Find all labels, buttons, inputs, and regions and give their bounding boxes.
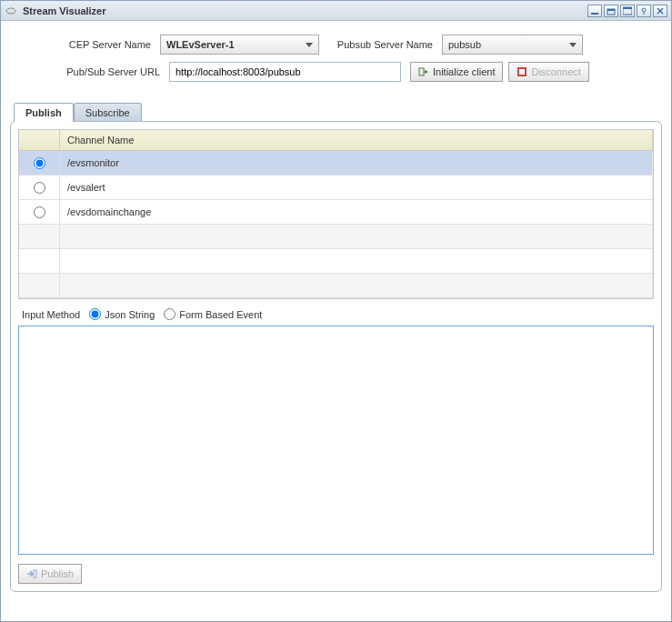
config-form: CEP Server Name WLEvServer-1 Pubsub Serv… [1,21,671,94]
pin-button[interactable] [637,5,651,17]
input-method-label: Input Method [22,309,80,320]
table-row-empty [19,225,653,249]
connect-icon [418,66,429,77]
restore-button[interactable] [604,5,618,17]
pubsub-server-label: Pubsub Server Name [319,39,442,50]
minimize-button[interactable] [587,5,602,17]
grid-header: Channel Name [19,130,653,151]
svg-rect-1 [591,13,598,15]
cep-server-label: CEP Server Name [19,39,160,50]
channel-grid: Channel Name /evsmonitor /evsalert /evsd… [18,129,654,299]
channel-name-cell: /evsmonitor [60,151,653,175]
json-string-radio[interactable]: Json String [89,308,155,320]
form-based-radio[interactable]: Form Based Event [164,308,262,320]
channel-name-cell: /evsdomainchange [60,200,653,224]
svg-point-6 [642,8,646,12]
table-row[interactable]: /evsalert [19,176,653,200]
publish-button: Publish [18,564,82,584]
app-icon [5,5,17,17]
url-label: Pub/Sub Server URL [19,66,169,77]
svg-rect-3 [607,9,615,11]
tab-bar: Publish Subscribe [14,103,671,122]
url-input[interactable] [169,62,401,82]
tab-publish[interactable]: Publish [14,103,74,122]
table-row[interactable]: /evsmonitor [19,151,653,176]
table-row-empty [19,274,653,298]
payload-textarea[interactable] [18,326,654,555]
window-title: Stream Visualizer [23,5,587,16]
svg-rect-12 [519,69,525,75]
header-select-col [19,130,60,150]
window-controls [587,5,667,17]
cep-server-select[interactable]: WLEvServer-1 [160,35,319,55]
svg-point-0 [6,8,15,14]
initialize-client-button[interactable]: Initialize client [410,62,503,82]
channel-name-cell: /evsalert [60,176,653,199]
disconnect-icon [517,66,527,77]
maximize-button[interactable] [620,5,635,17]
table-row-empty [19,249,653,274]
input-method-row: Input Method Json String Form Based Even… [22,308,654,320]
row-radio[interactable] [34,182,45,194]
header-channel-name: Channel Name [60,130,653,150]
grid-body: /evsmonitor /evsalert /evsdomainchange [19,151,653,298]
publish-panel: Channel Name /evsmonitor /evsalert /evsd… [10,121,662,592]
close-button[interactable] [653,5,667,17]
pubsub-server-select[interactable]: pubsub [442,35,583,55]
disconnect-button: Disconnect [508,62,588,82]
row-radio[interactable] [34,206,45,218]
publish-icon [26,568,37,579]
tab-subscribe[interactable]: Subscribe [74,103,142,122]
svg-rect-13 [34,570,36,577]
svg-rect-10 [419,68,424,75]
row-radio[interactable] [34,157,45,169]
stream-visualizer-window: Stream Visualizer CEP Server Name WLEvSe… [0,0,672,622]
titlebar: Stream Visualizer [1,1,671,21]
table-row[interactable]: /evsdomainchange [19,200,653,225]
svg-rect-5 [623,7,632,9]
